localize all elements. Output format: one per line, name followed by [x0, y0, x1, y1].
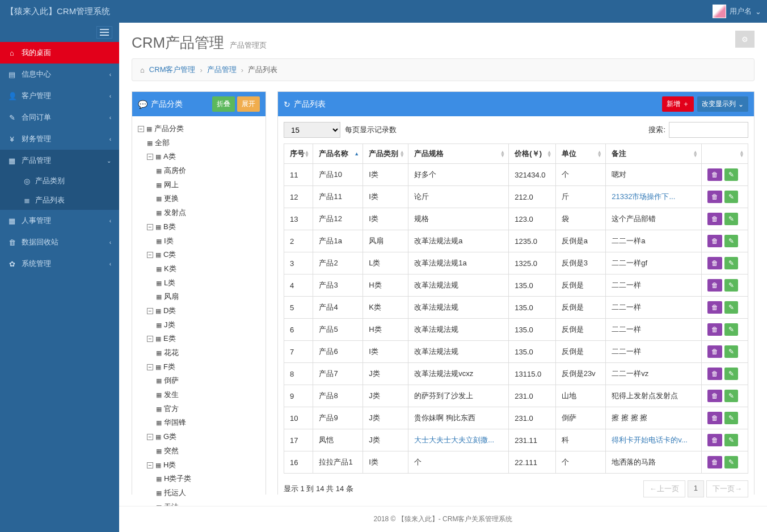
tree-branch[interactable]: −▦B类 [147, 220, 260, 234]
edit-button[interactable]: ✎ [724, 456, 738, 468]
sidebar-item-数据回收站[interactable]: 🗑数据回收站‹ [0, 231, 119, 253]
tree-leaf[interactable]: ▦更换 [156, 192, 260, 206]
tree-toggle[interactable]: − [147, 462, 153, 468]
prev-page-button[interactable]: ←上一页 [643, 480, 685, 497]
page-number[interactable]: 1 [688, 480, 704, 497]
tree-branch[interactable]: −▦F类 [147, 360, 260, 374]
column-header[interactable]: 备注▲▼ [606, 144, 702, 164]
tree-toggle[interactable]: − [147, 434, 153, 440]
edit-button[interactable]: ✎ [724, 213, 738, 225]
tree-leaf[interactable]: ▦托运人 [156, 486, 260, 500]
breadcrumb-home[interactable]: CRM客户管理 [149, 65, 196, 75]
tree-branch[interactable]: −▦G类 [147, 430, 260, 444]
delete-button[interactable]: 🗑 [707, 323, 722, 336]
fold-button[interactable]: 折叠 [212, 96, 235, 112]
tree-leaf[interactable]: ▦发射点 [156, 206, 260, 220]
column-header[interactable]: 产品规格▲▼ [408, 144, 509, 164]
tree-leaf[interactable]: ▦L类 [156, 276, 260, 290]
delete-button[interactable]: 🗑 [707, 345, 722, 358]
edit-button[interactable]: ✎ [724, 235, 738, 247]
sidebar-toggle-button[interactable] [96, 26, 112, 39]
tree-leaf[interactable]: ▦倒萨 [156, 374, 260, 388]
tree-toggle[interactable]: − [147, 336, 153, 342]
sidebar-item-系统管理[interactable]: ✿系统管理‹ [0, 253, 119, 275]
expand-button[interactable]: 展开 [237, 96, 260, 112]
tree-branch[interactable]: −▦C类 [147, 248, 260, 262]
sidebar-item-产品管理[interactable]: ▦产品管理⌄ [0, 150, 119, 171]
sidebar-item-信息中心[interactable]: ▤信息中心‹ [0, 64, 119, 85]
delete-button[interactable]: 🗑 [707, 279, 722, 292]
tree-leaf[interactable]: ▦全部 [147, 136, 260, 150]
tree-branch[interactable]: −▦E类 [147, 332, 260, 346]
tree-branch[interactable]: −▦D类 [147, 304, 260, 318]
tree-toggle[interactable]: − [147, 154, 153, 160]
column-header[interactable]: 产品类别▲▼ [363, 144, 408, 164]
tree-toggle[interactable]: − [138, 126, 144, 132]
sidebar-item-客户管理[interactable]: 👤客户管理‹ [0, 85, 119, 107]
search-input[interactable] [669, 122, 748, 138]
table-row: 16拉拉产品1I类个22.111个地洒落的马路🗑 ✎ [284, 451, 748, 474]
edit-button[interactable]: ✎ [724, 434, 738, 446]
delete-button[interactable]: 🗑 [707, 368, 722, 380]
tree-toggle[interactable]: − [147, 252, 153, 258]
add-button[interactable]: 新增＋ [662, 96, 694, 112]
edit-button[interactable]: ✎ [724, 412, 738, 424]
tree-leaf[interactable]: ▦网上 [156, 178, 260, 192]
edit-button[interactable]: ✎ [724, 323, 738, 336]
page-size-select[interactable]: 15 [284, 122, 340, 138]
sidebar-item-财务管理[interactable]: ¥财务管理‹ [0, 128, 119, 150]
edit-button[interactable]: ✎ [724, 279, 738, 292]
delete-button[interactable]: 🗑 [707, 301, 722, 314]
column-header[interactable]: 产品名称▲ [313, 144, 363, 164]
tree-branch[interactable]: −▦H类 [147, 458, 260, 472]
tree-leaf[interactable]: ▦K类 [156, 262, 260, 276]
settings-gear-button[interactable]: ⚙ [735, 31, 755, 48]
column-header[interactable]: 价格(￥)▲▼ [509, 144, 555, 164]
delete-button[interactable]: 🗑 [707, 456, 722, 468]
sidebar-subitem-产品列表[interactable]: ≣产品列表 [0, 191, 119, 210]
tree-branch[interactable]: −▦A类 [147, 150, 260, 164]
tree-leaf[interactable]: ▦发生 [156, 388, 260, 402]
tree-root[interactable]: −▦产品分类 [138, 122, 260, 136]
breadcrumb-mid[interactable]: 产品管理 [207, 65, 237, 75]
edit-button[interactable]: ✎ [724, 368, 738, 380]
edit-button[interactable]: ✎ [724, 345, 738, 358]
next-page-button[interactable]: 下一页→ [706, 480, 748, 497]
tree-leaf[interactable]: ▦花花 [156, 346, 260, 360]
tree-leaf[interactable]: ▦风扇 [156, 290, 260, 304]
table-row: 9产品8J类的萨芬到了沙发上231.0山地犯得上发射点发射点🗑 ✎ [284, 385, 748, 407]
delete-button[interactable]: 🗑 [707, 434, 722, 446]
tree-leaf[interactable]: ▦华国锋 [156, 416, 260, 430]
sidebar-item-人事管理[interactable]: ▦人事管理‹ [0, 210, 119, 231]
sidebar-item-合同订单[interactable]: ✎合同订单‹ [0, 107, 119, 128]
edit-button[interactable]: ✎ [724, 390, 738, 402]
tree-leaf[interactable]: ▦J类 [156, 318, 260, 332]
tree-toggle[interactable]: − [147, 308, 153, 314]
column-header[interactable]: 单位▲▼ [555, 144, 606, 164]
delete-button[interactable]: 🗑 [707, 191, 722, 203]
edit-button[interactable]: ✎ [724, 168, 738, 181]
tree-toggle[interactable]: − [147, 224, 153, 230]
tree-leaf[interactable]: ▦H类子类 [156, 472, 260, 486]
delete-button[interactable]: 🗑 [707, 235, 722, 247]
user-menu[interactable]: 用户名 ⌄ [713, 5, 761, 18]
sidebar-subitem-产品类别[interactable]: ◎产品类别 [0, 171, 119, 191]
tree-leaf[interactable]: ▦无法 [156, 500, 260, 506]
change-columns-button[interactable]: 改变显示列 ⌄ [697, 96, 748, 112]
delete-button[interactable]: 🗑 [707, 213, 722, 225]
delete-button[interactable]: 🗑 [707, 257, 722, 269]
tree-toggle[interactable]: − [147, 364, 153, 370]
tree-leaf[interactable]: ▦I类 [156, 234, 260, 248]
edit-button[interactable]: ✎ [724, 191, 738, 203]
edit-icon: ✎ [728, 281, 734, 289]
tree-leaf[interactable]: ▦高房价 [156, 164, 260, 178]
delete-button[interactable]: 🗑 [707, 412, 722, 424]
delete-button[interactable]: 🗑 [707, 390, 722, 402]
tree-leaf[interactable]: ▦官方 [156, 402, 260, 416]
edit-button[interactable]: ✎ [724, 257, 738, 269]
column-header[interactable]: 序号▲▼ [284, 144, 313, 164]
delete-button[interactable]: 🗑 [707, 168, 722, 181]
tree-leaf[interactable]: ▦突然 [156, 444, 260, 458]
edit-button[interactable]: ✎ [724, 301, 738, 314]
sidebar-item-我的桌面[interactable]: ⌂我的桌面 [0, 42, 119, 64]
